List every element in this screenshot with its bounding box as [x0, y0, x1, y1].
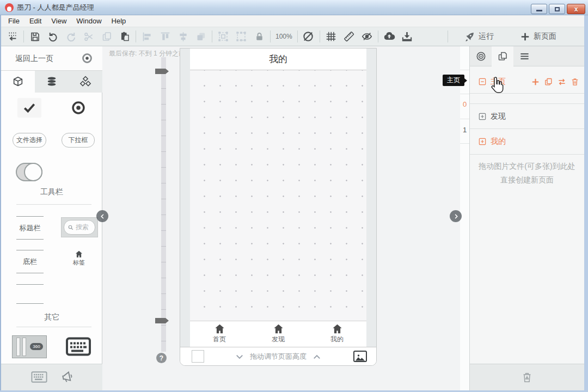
panel-toggle-icon: [7, 30, 19, 42]
page-index-0: 0: [460, 100, 469, 108]
ruler-button[interactable]: [342, 29, 356, 44]
target-icon[interactable]: [81, 52, 93, 64]
ruler-handle-bottom[interactable]: [155, 318, 169, 323]
toggle-widget-panel-button[interactable]: [5, 29, 20, 44]
height-hint[interactable]: 拖动调节页面高度: [180, 347, 376, 366]
page-item-discover[interactable]: 发现: [470, 103, 584, 129]
ungroup-button[interactable]: [234, 29, 248, 44]
toolbar: 100% 运行 新页面: [1, 27, 584, 46]
delete-page-icon[interactable]: [571, 77, 579, 87]
save-button[interactable]: [28, 29, 42, 44]
page-height-ruler[interactable]: [161, 57, 166, 352]
chevron-left-icon: [100, 213, 106, 219]
cloud-upload-icon: [383, 30, 396, 43]
search-pill: 搜索: [64, 220, 95, 235]
back-link[interactable]: 返回上一页: [15, 46, 53, 70]
phone-tab-discover[interactable]: 发现: [249, 321, 308, 347]
tab-pages[interactable]: [492, 46, 513, 66]
phone-tab-home[interactable]: 首页: [190, 321, 249, 347]
tab-component-widgets[interactable]: [69, 71, 102, 93]
phone-tab-mine[interactable]: 我的: [308, 321, 366, 347]
menu-file[interactable]: File: [3, 15, 24, 27]
cloud-sync-button[interactable]: [382, 29, 396, 44]
zoom-level[interactable]: 100%: [274, 33, 293, 40]
tab-data-widgets[interactable]: [35, 71, 69, 93]
lock-button[interactable]: [252, 29, 266, 44]
menu-view[interactable]: View: [46, 15, 71, 27]
phone-screen-grid[interactable]: [190, 70, 366, 321]
align-left-icon: [142, 31, 153, 42]
section-divider: [16, 204, 91, 205]
widget-gallery[interactable]: 360: [12, 335, 47, 358]
group-button[interactable]: [216, 29, 230, 44]
page-item-mine[interactable]: 我的: [470, 129, 584, 155]
swap-pages-icon[interactable]: [557, 77, 567, 87]
home-icon: [332, 324, 343, 334]
widget-titlebar[interactable]: 标题栏: [16, 223, 44, 233]
tab-menu[interactable]: [513, 46, 535, 66]
chevron-right-icon: [453, 213, 459, 219]
widget-radio[interactable]: [66, 98, 90, 118]
eye-off-icon: [361, 30, 373, 42]
widget-bottombar[interactable]: 底栏: [16, 257, 44, 267]
title-bar: 墨刀 - 人人都是产品经理 x: [0, 0, 588, 15]
feedback-button[interactable]: [61, 370, 75, 384]
duplicate-page-icon[interactable]: [544, 77, 553, 87]
keyboard-small-button[interactable]: [31, 371, 47, 383]
chevron-up-icon: [313, 354, 321, 359]
help-button[interactable]: ?: [156, 353, 167, 363]
collapse-right-panel-button[interactable]: [450, 210, 462, 222]
widget-file-select[interactable]: 文件选择: [13, 133, 46, 148]
copy-button[interactable]: [100, 29, 114, 44]
export-button[interactable]: [400, 29, 414, 44]
menu-window[interactable]: Window: [71, 15, 106, 27]
toolbar-separator: [448, 30, 448, 42]
tab-basic-widgets[interactable]: [1, 71, 35, 93]
run-label: 运行: [479, 32, 494, 41]
align-center-button[interactable]: [176, 29, 190, 44]
redo-button[interactable]: [64, 29, 78, 44]
set-background-button[interactable]: [353, 351, 367, 362]
minimize-icon: [536, 10, 542, 11]
widget-searchbar[interactable]: 搜索: [61, 217, 98, 237]
paste-button[interactable]: [118, 29, 132, 44]
widget-dropdown[interactable]: 下拉框: [62, 133, 95, 148]
stack-icon: [46, 76, 58, 88]
new-page-label: 新页面: [534, 32, 556, 41]
image-dropzone[interactable]: 拖动图片文件(可多张)到此处 直接创建新页面: [470, 160, 584, 187]
grid-icon: [325, 30, 337, 42]
run-button[interactable]: 运行: [464, 27, 494, 46]
grid-button[interactable]: [324, 29, 338, 44]
tag-label: 标签: [70, 259, 88, 267]
cut-button[interactable]: [82, 29, 96, 44]
collapse-left-panel-button[interactable]: [96, 210, 108, 222]
widget-toggle[interactable]: [16, 163, 42, 181]
menu-edit[interactable]: Edit: [24, 15, 46, 27]
main-area: 返回上一页 文件选择 下拉框 工具栏 标题栏: [1, 46, 584, 390]
gallery-bar: [16, 338, 20, 356]
rotate-device-button[interactable]: [302, 29, 316, 44]
minimize-button[interactable]: [531, 4, 547, 14]
widget-tag[interactable]: 标签: [70, 250, 88, 267]
bring-front-button[interactable]: [194, 29, 208, 44]
ruler-handle-top[interactable]: [155, 69, 169, 74]
add-page-icon[interactable]: [531, 77, 540, 87]
undo-button[interactable]: [46, 29, 60, 44]
hide-layers-button[interactable]: [360, 29, 374, 44]
dropzone-line1: 拖动图片文件(可多张)到此处: [470, 160, 584, 173]
window-border: [584, 15, 588, 392]
maximize-button[interactable]: [549, 4, 565, 14]
phone-mockup[interactable]: 我的 首页 发现 我的 拖动调节: [180, 48, 377, 366]
align-top-button[interactable]: [158, 29, 172, 44]
recycle-bin-icon[interactable]: [521, 371, 533, 384]
new-page-button[interactable]: 新页面: [520, 27, 556, 46]
strip-divider: [460, 70, 469, 70]
canvas-area[interactable]: 最后保存: 不到 1 分钟之前(3 未保存) ? 我的 首页: [103, 46, 460, 390]
widget-keyboard[interactable]: [65, 335, 91, 358]
widget-checkbox[interactable]: [17, 98, 41, 118]
close-button[interactable]: x: [567, 4, 585, 14]
page-item-home[interactable]: 主页: [470, 70, 584, 94]
menu-help[interactable]: Help: [107, 15, 131, 27]
tab-interactions[interactable]: [470, 46, 492, 66]
align-left-button[interactable]: [140, 29, 154, 44]
